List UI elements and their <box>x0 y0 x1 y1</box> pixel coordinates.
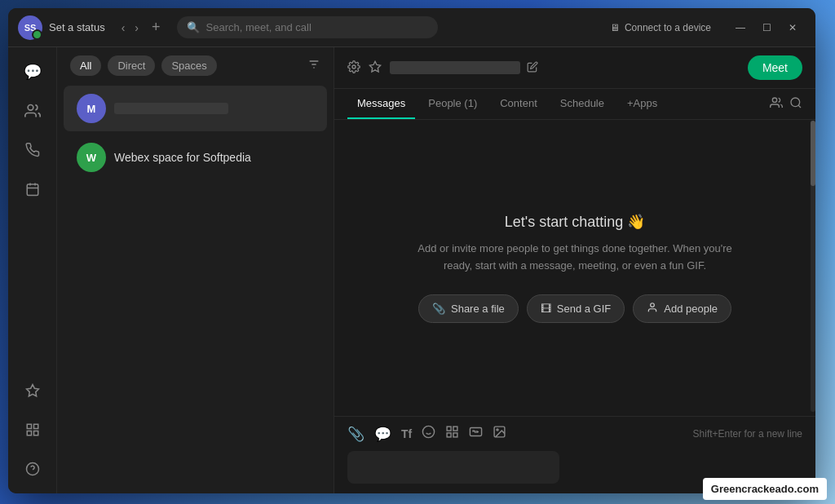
tabs-bar: Messages People (1) Content Schedule +Ap… <box>334 89 815 120</box>
share-file-label: Share a file <box>451 303 505 315</box>
search-input[interactable] <box>206 21 428 33</box>
add-button[interactable]: + <box>148 15 164 39</box>
svg-rect-6 <box>27 424 31 428</box>
chat-title-area <box>390 61 740 75</box>
sidebar-item-help[interactable] <box>15 451 51 487</box>
watermark: Greencrackeado.com <box>703 478 827 500</box>
chat-content: Let's start chatting 👋 Add or invite mor… <box>334 120 815 416</box>
avatar-initials: SS <box>24 23 37 33</box>
paperclip-icon: 📎 <box>432 303 445 315</box>
add-people-label: Add people <box>664 303 718 315</box>
avatar-m: M <box>77 94 106 123</box>
svg-point-15 <box>352 65 356 69</box>
tab-people[interactable]: People (1) <box>418 89 487 119</box>
tab-apps[interactable]: +Apps <box>617 89 667 119</box>
main-layout: 💬 <box>8 47 815 493</box>
svg-point-20 <box>651 303 655 307</box>
tab-schedule[interactable]: Schedule <box>550 89 614 119</box>
tab-action-search-icon[interactable] <box>789 96 802 112</box>
filter-direct-button[interactable]: Direct <box>108 55 155 76</box>
chat-item-webex[interactable]: W Webex space for Softpedia <box>64 135 327 180</box>
empty-state: Let's start chatting 👋 Add or invite mor… <box>404 213 746 323</box>
format-icon-button[interactable]: Tf <box>401 427 412 440</box>
minimize-button[interactable]: — <box>727 15 753 41</box>
tab-messages[interactable]: Messages <box>347 89 415 119</box>
connect-device-label: Connect to a device <box>625 22 711 33</box>
gif-toolbar-icon-button[interactable] <box>469 425 483 443</box>
chat-name-redacted <box>114 103 228 114</box>
svg-rect-7 <box>33 424 38 428</box>
svg-rect-25 <box>453 427 457 431</box>
send-gif-button[interactable]: 🎞 Send a GIF <box>527 294 625 323</box>
sidebar-item-calendar[interactable] <box>15 171 51 207</box>
svg-point-17 <box>772 98 776 102</box>
connect-device-button[interactable]: 🖥 Connect to a device <box>610 22 711 33</box>
right-panel: Meet Messages People (1) Content Schedul… <box>334 47 815 493</box>
sidebar-item-calls[interactable] <box>15 132 51 168</box>
svg-rect-24 <box>447 427 451 431</box>
settings-icon-button[interactable] <box>347 60 360 76</box>
svg-rect-9 <box>27 431 31 435</box>
svg-rect-27 <box>447 433 451 437</box>
add-people-button[interactable]: Add people <box>633 294 731 323</box>
nav-back-button[interactable]: ‹ <box>118 18 129 38</box>
sidebar-item-chat[interactable]: 💬 <box>15 54 51 90</box>
tab-content[interactable]: Content <box>490 89 547 119</box>
svg-marker-16 <box>369 61 380 72</box>
svg-line-19 <box>798 105 801 108</box>
chat-name-webex: Webex space for Softpedia <box>114 151 314 164</box>
attach-icon-button[interactable]: 📎 <box>347 426 364 443</box>
svg-point-0 <box>28 105 33 111</box>
svg-point-18 <box>791 98 800 107</box>
quote-icon-button[interactable]: 💬 <box>374 426 391 443</box>
star-icon-button[interactable] <box>369 60 382 76</box>
sidebar-icons: 💬 <box>8 47 57 493</box>
right-header: Meet <box>334 47 815 89</box>
right-header-icons <box>347 60 382 76</box>
chat-title-redacted <box>390 61 520 74</box>
filter-all-button[interactable]: All <box>70 55 101 76</box>
svg-point-21 <box>423 426 435 437</box>
nav-forward-button[interactable]: › <box>131 18 142 38</box>
chat-item-m[interactable]: M <box>64 86 327 131</box>
empty-state-description: Add or invite more people to get things … <box>404 241 746 275</box>
svg-rect-8 <box>33 431 38 435</box>
compose-input-field[interactable] <box>347 451 559 484</box>
close-button[interactable]: ✕ <box>780 15 806 41</box>
filter-spaces-button[interactable]: Spaces <box>161 55 216 76</box>
emoji-icon-button[interactable] <box>422 425 435 443</box>
avatar[interactable]: SS <box>18 15 42 40</box>
maximize-button[interactable]: ☐ <box>753 15 780 41</box>
search-icon: 🔍 <box>187 21 200 33</box>
sidebar-item-people[interactable] <box>15 93 51 129</box>
scrollbar-thumb[interactable] <box>811 121 815 186</box>
shift-enter-hint: Shift+Enter for a new line <box>693 428 802 440</box>
gif-icon: 🎞 <box>541 303 551 315</box>
tab-action-people-icon[interactable] <box>770 96 783 112</box>
monitor-icon: 🖥 <box>610 22 620 33</box>
search-bar[interactable]: 🔍 <box>177 16 438 38</box>
action-buttons: 📎 Share a file 🎞 Send a GIF <box>404 294 746 323</box>
left-panel-header: All Direct Spaces <box>57 47 334 84</box>
share-file-button[interactable]: 📎 Share a file <box>418 294 519 323</box>
add-person-icon <box>647 302 658 316</box>
svg-point-30 <box>497 429 498 431</box>
title-bar-right: 🖥 Connect to a device — ☐ ✕ <box>610 15 806 41</box>
meet-button[interactable]: Meet <box>748 55 802 80</box>
window-controls: — ☐ ✕ <box>727 15 806 41</box>
sidebar-item-apps[interactable] <box>15 412 51 448</box>
tab-actions <box>770 96 802 112</box>
title-bar-left: SS Set a status ‹ › + <box>18 15 164 40</box>
svg-marker-5 <box>26 385 38 396</box>
sidebar-item-crown[interactable] <box>15 373 51 409</box>
filter-icon-button[interactable] <box>307 58 320 74</box>
grid-icon-button[interactable] <box>445 425 459 443</box>
edit-title-button[interactable] <box>527 61 538 75</box>
title-bar: SS Set a status ‹ › + 🔍 🖥 Connect to a d… <box>8 8 815 47</box>
svg-rect-1 <box>27 184 38 196</box>
empty-state-title: Let's start chatting 👋 <box>404 213 746 231</box>
image-icon-button[interactable] <box>493 425 506 443</box>
avatar-w: W <box>77 143 106 172</box>
status-text[interactable]: Set a status <box>49 21 105 33</box>
app-window: SS Set a status ‹ › + 🔍 🖥 Connect to a d… <box>8 8 815 493</box>
